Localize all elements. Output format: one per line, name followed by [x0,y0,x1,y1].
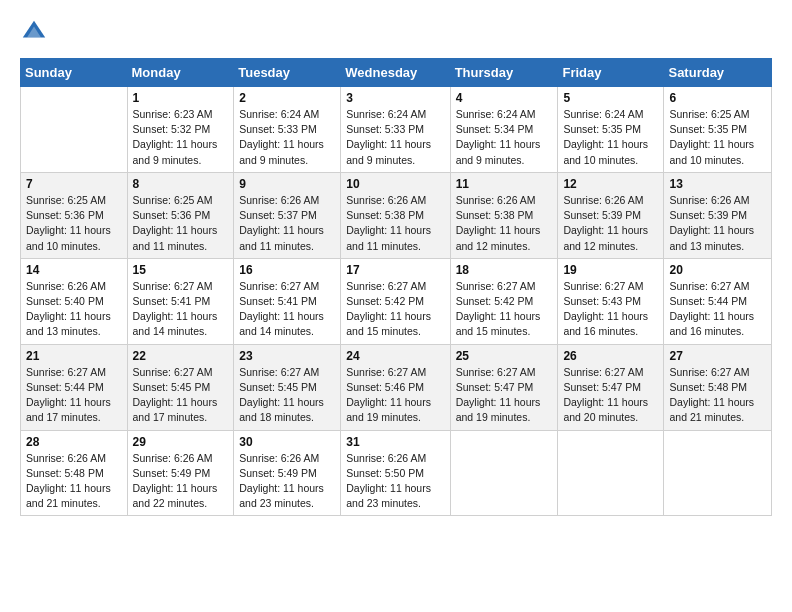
day-number: 24 [346,349,444,363]
day-number: 15 [133,263,229,277]
day-number: 2 [239,91,335,105]
day-info: Sunrise: 6:27 AMSunset: 5:48 PMDaylight:… [669,365,766,426]
calendar-cell: 30Sunrise: 6:26 AMSunset: 5:49 PMDayligh… [234,430,341,516]
calendar-cell: 15Sunrise: 6:27 AMSunset: 5:41 PMDayligh… [127,258,234,344]
col-header-thursday: Thursday [450,59,558,87]
day-info: Sunrise: 6:26 AMSunset: 5:39 PMDaylight:… [669,193,766,254]
col-header-monday: Monday [127,59,234,87]
day-info: Sunrise: 6:24 AMSunset: 5:33 PMDaylight:… [239,107,335,168]
day-info: Sunrise: 6:27 AMSunset: 5:42 PMDaylight:… [346,279,444,340]
day-info: Sunrise: 6:27 AMSunset: 5:47 PMDaylight:… [563,365,658,426]
day-info: Sunrise: 6:25 AMSunset: 5:35 PMDaylight:… [669,107,766,168]
calendar-cell [558,430,664,516]
col-header-wednesday: Wednesday [341,59,450,87]
day-info: Sunrise: 6:27 AMSunset: 5:45 PMDaylight:… [133,365,229,426]
day-info: Sunrise: 6:26 AMSunset: 5:48 PMDaylight:… [26,451,122,512]
day-info: Sunrise: 6:27 AMSunset: 5:44 PMDaylight:… [26,365,122,426]
calendar-cell [450,430,558,516]
day-info: Sunrise: 6:26 AMSunset: 5:40 PMDaylight:… [26,279,122,340]
day-number: 8 [133,177,229,191]
day-number: 20 [669,263,766,277]
day-number: 9 [239,177,335,191]
day-info: Sunrise: 6:26 AMSunset: 5:38 PMDaylight:… [346,193,444,254]
day-number: 17 [346,263,444,277]
calendar-cell [21,87,128,173]
calendar-table: SundayMondayTuesdayWednesdayThursdayFrid… [20,58,772,516]
calendar-cell: 12Sunrise: 6:26 AMSunset: 5:39 PMDayligh… [558,172,664,258]
day-number: 12 [563,177,658,191]
logo [20,18,54,46]
day-info: Sunrise: 6:27 AMSunset: 5:43 PMDaylight:… [563,279,658,340]
calendar-cell: 6Sunrise: 6:25 AMSunset: 5:35 PMDaylight… [664,87,772,173]
calendar-cell: 1Sunrise: 6:23 AMSunset: 5:32 PMDaylight… [127,87,234,173]
day-number: 26 [563,349,658,363]
day-number: 6 [669,91,766,105]
day-info: Sunrise: 6:24 AMSunset: 5:35 PMDaylight:… [563,107,658,168]
day-number: 5 [563,91,658,105]
day-number: 18 [456,263,553,277]
day-number: 13 [669,177,766,191]
day-info: Sunrise: 6:27 AMSunset: 5:46 PMDaylight:… [346,365,444,426]
day-number: 31 [346,435,444,449]
day-info: Sunrise: 6:25 AMSunset: 5:36 PMDaylight:… [26,193,122,254]
day-number: 29 [133,435,229,449]
calendar-cell: 28Sunrise: 6:26 AMSunset: 5:48 PMDayligh… [21,430,128,516]
calendar-cell: 14Sunrise: 6:26 AMSunset: 5:40 PMDayligh… [21,258,128,344]
calendar-cell: 22Sunrise: 6:27 AMSunset: 5:45 PMDayligh… [127,344,234,430]
calendar-cell: 16Sunrise: 6:27 AMSunset: 5:41 PMDayligh… [234,258,341,344]
calendar-cell: 29Sunrise: 6:26 AMSunset: 5:49 PMDayligh… [127,430,234,516]
calendar-cell: 17Sunrise: 6:27 AMSunset: 5:42 PMDayligh… [341,258,450,344]
day-info: Sunrise: 6:27 AMSunset: 5:47 PMDaylight:… [456,365,553,426]
calendar-cell: 2Sunrise: 6:24 AMSunset: 5:33 PMDaylight… [234,87,341,173]
day-number: 19 [563,263,658,277]
day-info: Sunrise: 6:27 AMSunset: 5:41 PMDaylight:… [133,279,229,340]
col-header-tuesday: Tuesday [234,59,341,87]
day-number: 4 [456,91,553,105]
calendar-cell: 4Sunrise: 6:24 AMSunset: 5:34 PMDaylight… [450,87,558,173]
day-number: 7 [26,177,122,191]
calendar-week-row: 21Sunrise: 6:27 AMSunset: 5:44 PMDayligh… [21,344,772,430]
calendar-cell: 31Sunrise: 6:26 AMSunset: 5:50 PMDayligh… [341,430,450,516]
calendar-week-row: 7Sunrise: 6:25 AMSunset: 5:36 PMDaylight… [21,172,772,258]
header [20,18,772,46]
day-info: Sunrise: 6:26 AMSunset: 5:39 PMDaylight:… [563,193,658,254]
day-number: 14 [26,263,122,277]
day-info: Sunrise: 6:26 AMSunset: 5:37 PMDaylight:… [239,193,335,254]
day-info: Sunrise: 6:26 AMSunset: 5:38 PMDaylight:… [456,193,553,254]
calendar-cell: 7Sunrise: 6:25 AMSunset: 5:36 PMDaylight… [21,172,128,258]
day-number: 23 [239,349,335,363]
day-info: Sunrise: 6:27 AMSunset: 5:41 PMDaylight:… [239,279,335,340]
calendar-cell: 9Sunrise: 6:26 AMSunset: 5:37 PMDaylight… [234,172,341,258]
page: SundayMondayTuesdayWednesdayThursdayFrid… [0,0,792,526]
calendar-cell: 25Sunrise: 6:27 AMSunset: 5:47 PMDayligh… [450,344,558,430]
day-info: Sunrise: 6:24 AMSunset: 5:33 PMDaylight:… [346,107,444,168]
calendar-cell: 24Sunrise: 6:27 AMSunset: 5:46 PMDayligh… [341,344,450,430]
day-number: 16 [239,263,335,277]
calendar-cell: 13Sunrise: 6:26 AMSunset: 5:39 PMDayligh… [664,172,772,258]
calendar-cell: 11Sunrise: 6:26 AMSunset: 5:38 PMDayligh… [450,172,558,258]
day-number: 30 [239,435,335,449]
day-info: Sunrise: 6:24 AMSunset: 5:34 PMDaylight:… [456,107,553,168]
calendar-cell [664,430,772,516]
col-header-friday: Friday [558,59,664,87]
day-number: 22 [133,349,229,363]
day-info: Sunrise: 6:23 AMSunset: 5:32 PMDaylight:… [133,107,229,168]
calendar-cell: 21Sunrise: 6:27 AMSunset: 5:44 PMDayligh… [21,344,128,430]
calendar-week-row: 14Sunrise: 6:26 AMSunset: 5:40 PMDayligh… [21,258,772,344]
day-info: Sunrise: 6:26 AMSunset: 5:49 PMDaylight:… [133,451,229,512]
calendar-cell: 5Sunrise: 6:24 AMSunset: 5:35 PMDaylight… [558,87,664,173]
calendar-cell: 8Sunrise: 6:25 AMSunset: 5:36 PMDaylight… [127,172,234,258]
day-info: Sunrise: 6:26 AMSunset: 5:49 PMDaylight:… [239,451,335,512]
day-number: 28 [26,435,122,449]
day-number: 11 [456,177,553,191]
day-info: Sunrise: 6:27 AMSunset: 5:44 PMDaylight:… [669,279,766,340]
col-header-sunday: Sunday [21,59,128,87]
day-info: Sunrise: 6:26 AMSunset: 5:50 PMDaylight:… [346,451,444,512]
calendar-cell: 27Sunrise: 6:27 AMSunset: 5:48 PMDayligh… [664,344,772,430]
calendar-cell: 26Sunrise: 6:27 AMSunset: 5:47 PMDayligh… [558,344,664,430]
calendar-week-row: 1Sunrise: 6:23 AMSunset: 5:32 PMDaylight… [21,87,772,173]
calendar-cell: 23Sunrise: 6:27 AMSunset: 5:45 PMDayligh… [234,344,341,430]
day-number: 3 [346,91,444,105]
calendar-cell: 19Sunrise: 6:27 AMSunset: 5:43 PMDayligh… [558,258,664,344]
col-header-saturday: Saturday [664,59,772,87]
